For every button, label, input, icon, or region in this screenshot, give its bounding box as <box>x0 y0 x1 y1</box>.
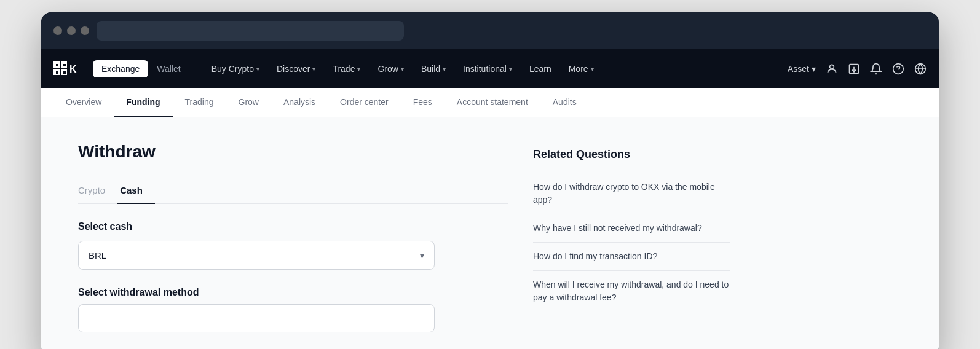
nav-buy-crypto[interactable]: Buy Crypto ▾ <box>204 60 267 77</box>
subnav-account-statement[interactable]: Account statement <box>445 88 540 117</box>
nav-right: Asset ▾ <box>788 63 927 75</box>
subnav-analysis[interactable]: Analysis <box>271 88 328 117</box>
institutional-chevron-icon: ▾ <box>509 66 512 73</box>
user-icon[interactable] <box>826 63 838 75</box>
right-panel: Related Questions How do I withdraw cryp… <box>533 142 730 332</box>
traffic-light-green[interactable] <box>81 26 89 35</box>
nav-toggle: Exchange Wallet <box>93 60 189 77</box>
subnav-order-center[interactable]: Order center <box>328 88 401 117</box>
faq-item-1[interactable]: Why have I still not received my withdra… <box>533 214 730 243</box>
grow-chevron-icon: ▾ <box>401 66 404 73</box>
subnav-trading[interactable]: Trading <box>173 88 226 117</box>
more-chevron-icon: ▾ <box>591 66 594 73</box>
svg-rect-6 <box>56 71 58 74</box>
nav-build[interactable]: Build ▾ <box>414 60 453 77</box>
subnav-overview[interactable]: Overview <box>53 88 114 117</box>
nav-trade[interactable]: Trade ▾ <box>325 60 368 77</box>
tab-cash[interactable]: Cash <box>117 179 155 204</box>
cash-select-value: BRL <box>89 250 106 261</box>
svg-rect-5 <box>63 64 66 66</box>
navbar: K Exchange Wallet Buy Crypto ▾ Discover … <box>41 49 939 88</box>
svg-rect-4 <box>56 64 58 66</box>
traffic-light-yellow[interactable] <box>67 26 76 35</box>
download-icon[interactable] <box>848 63 860 75</box>
cash-select[interactable]: BRL ▾ <box>78 241 435 270</box>
subnav-audits[interactable]: Audits <box>540 88 589 117</box>
related-questions-title: Related Questions <box>533 148 730 161</box>
browser-window: K Exchange Wallet Buy Crypto ▾ Discover … <box>41 12 939 349</box>
browser-chrome <box>41 12 939 49</box>
cash-select-chevron-icon: ▾ <box>420 251 424 261</box>
withdrawal-method-select[interactable] <box>78 304 435 332</box>
nav-links: Buy Crypto ▾ Discover ▾ Trade ▾ Grow ▾ B… <box>204 60 788 77</box>
trade-chevron-icon: ▾ <box>357 66 360 73</box>
logo[interactable]: K <box>53 61 83 76</box>
asset-chevron-icon: ▾ <box>812 64 816 74</box>
withdrawal-method-label: Select withdrawal method <box>78 287 508 298</box>
discover-chevron-icon: ▾ <box>312 66 315 73</box>
exchange-button[interactable]: Exchange <box>93 60 148 77</box>
withdraw-tabs: Crypto Cash <box>78 179 508 204</box>
subnav-grow[interactable]: Grow <box>226 88 271 117</box>
select-cash-label: Select cash <box>78 221 508 232</box>
sub-nav: Overview Funding Trading Grow Analysis O… <box>41 88 939 117</box>
page-title: Withdraw <box>78 142 508 162</box>
nav-more[interactable]: More ▾ <box>561 60 601 77</box>
nav-institutional[interactable]: Institutional ▾ <box>456 60 520 77</box>
svg-point-9 <box>830 65 834 69</box>
subnav-fees[interactable]: Fees <box>401 88 445 117</box>
tab-crypto[interactable]: Crypto <box>78 179 117 204</box>
buy-crypto-chevron-icon: ▾ <box>256 66 259 73</box>
nav-learn[interactable]: Learn <box>522 60 559 77</box>
subnav-funding[interactable]: Funding <box>114 88 172 117</box>
main-content: Withdraw Crypto Cash Select cash BRL ▾ S… <box>41 117 939 349</box>
nav-grow[interactable]: Grow ▾ <box>370 60 411 77</box>
bell-icon[interactable] <box>870 63 882 75</box>
svg-text:K: K <box>69 64 77 74</box>
svg-rect-7 <box>63 71 66 74</box>
left-panel: Withdraw Crypto Cash Select cash BRL ▾ S… <box>78 142 508 332</box>
help-icon[interactable] <box>892 63 904 75</box>
traffic-light-red[interactable] <box>53 26 62 35</box>
globe-icon[interactable] <box>914 63 927 75</box>
faq-item-0[interactable]: How do I withdraw crypto to OKX via the … <box>533 173 730 214</box>
cash-select-wrapper: BRL ▾ <box>78 241 508 270</box>
faq-item-3[interactable]: When will I receive my withdrawal, and d… <box>533 271 730 312</box>
build-chevron-icon: ▾ <box>443 66 446 73</box>
asset-button[interactable]: Asset ▾ <box>788 64 816 74</box>
faq-item-2[interactable]: How do I find my transaction ID? <box>533 243 730 271</box>
wallet-button[interactable]: Wallet <box>148 60 189 77</box>
nav-discover[interactable]: Discover ▾ <box>269 60 323 77</box>
traffic-lights <box>53 26 89 35</box>
address-bar[interactable] <box>97 21 404 41</box>
